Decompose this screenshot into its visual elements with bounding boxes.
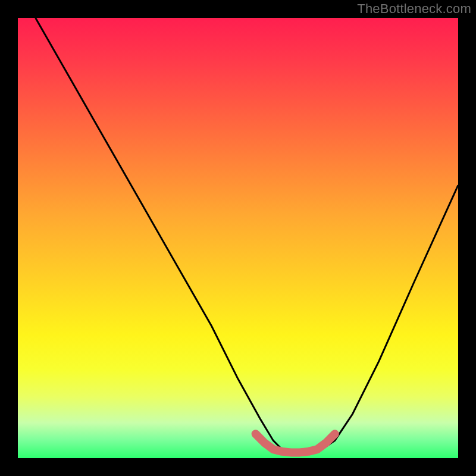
plot-svg <box>18 18 458 458</box>
curve-black <box>36 18 458 452</box>
chart-frame: TheBottleneck.com <box>0 0 476 476</box>
watermark-text: TheBottleneck.com <box>357 1 471 17</box>
curve-pink-bottom <box>256 434 335 452</box>
plot-area <box>18 18 458 458</box>
